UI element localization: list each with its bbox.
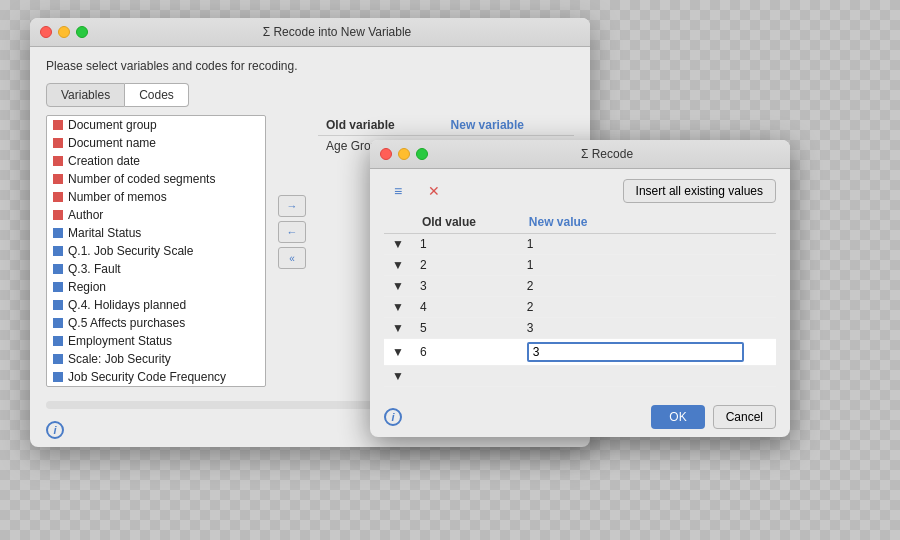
blue-icon <box>53 372 63 382</box>
old-value-cell: 1 <box>412 234 519 255</box>
recode-body: ≡ ✕ Insert all existing values Old value… <box>370 169 790 397</box>
list-item[interactable]: Job Security Code Frequency <box>47 368 265 386</box>
list-item[interactable]: Document group <box>47 116 265 134</box>
red-icon <box>53 138 63 148</box>
row-arrow[interactable]: ▼ <box>384 297 412 318</box>
new-value-cell: 2 <box>519 276 776 297</box>
row-arrow[interactable]: ▼ <box>384 339 412 366</box>
tab-codes[interactable]: Codes <box>125 83 189 107</box>
recode-mapping-table: Old value New value ▼11▼21▼32▼42▼53▼6▼ <box>384 211 776 387</box>
table-row: ▼53 <box>384 318 776 339</box>
list-item[interactable]: Number of coded segments <box>47 170 265 188</box>
old-value-cell: 6 <box>412 339 519 366</box>
list-item-label: Q.1. Job Security Scale <box>68 244 193 258</box>
red-icon <box>53 210 63 220</box>
list-item-label: Scale: Job Security <box>68 352 171 366</box>
list-item-label: Employment Status <box>68 334 172 348</box>
new-value-cell: 2 <box>519 297 776 318</box>
blue-icon <box>53 246 63 256</box>
minimize-button[interactable] <box>58 26 70 38</box>
old-variable-header: Old variable <box>318 115 443 136</box>
row-arrow[interactable]: ▼ <box>384 255 412 276</box>
new-variable-header: New variable <box>443 115 574 136</box>
list-item[interactable]: Q.5 Affects purchases <box>47 314 265 332</box>
old-value-cell <box>412 366 519 387</box>
list-item-label: Job Security Code Frequency <box>68 370 226 384</box>
new-value-cell: 1 <box>519 234 776 255</box>
list-item[interactable]: Q.1. Job Security Scale <box>47 242 265 260</box>
table-row: ▼ <box>384 366 776 387</box>
blue-icon <box>53 336 63 346</box>
recode-titlebar: Σ Recode <box>370 140 790 169</box>
blue-icon <box>53 282 63 292</box>
close-button[interactable] <box>40 26 52 38</box>
instruction-text: Please select variables and codes for re… <box>46 59 574 73</box>
cancel-button[interactable]: Cancel <box>713 405 776 429</box>
list-item[interactable]: Q.3. Fault <box>47 260 265 278</box>
list-item-label: Q.4. Holidays planned <box>68 298 186 312</box>
row-arrow[interactable]: ▼ <box>384 234 412 255</box>
blue-icon <box>53 318 63 328</box>
list-item[interactable]: Q.4. Holidays planned <box>47 296 265 314</box>
red-icon <box>53 174 63 184</box>
variable-list: Document groupDocument nameCreation date… <box>46 115 266 387</box>
new-value-cell[interactable] <box>519 339 776 366</box>
recode-toolbar: ≡ ✕ Insert all existing values <box>384 179 776 203</box>
arrow-col: → ← « <box>278 115 306 269</box>
new-value-input[interactable] <box>527 342 744 362</box>
recode-delete-button[interactable]: ✕ <box>420 179 448 203</box>
list-item-label: Region <box>68 280 106 294</box>
ok-button[interactable]: OK <box>651 405 704 429</box>
recode-maximize-button[interactable] <box>416 148 428 160</box>
new-value-header: New value <box>519 211 776 234</box>
list-item-label: Q.3. Fault <box>68 262 121 276</box>
list-item-label: Marital Status <box>68 226 141 240</box>
old-value-cell: 2 <box>412 255 519 276</box>
list-item[interactable]: Document name <box>47 134 265 152</box>
table-row: ▼6 <box>384 339 776 366</box>
arrow-left-button[interactable]: ← <box>278 221 306 243</box>
main-titlebar: Σ Recode into New Variable <box>30 18 590 47</box>
recode-dialog: Σ Recode ≡ ✕ Insert all existing values … <box>370 140 790 437</box>
row-arrow[interactable]: ▼ <box>384 366 412 387</box>
list-item[interactable]: Author <box>47 206 265 224</box>
list-item[interactable]: Scale: Job Security <box>47 350 265 368</box>
list-item-label: Document name <box>68 136 156 150</box>
recode-footer: i OK Cancel <box>370 397 790 437</box>
tabs-row: Variables Codes <box>46 83 574 107</box>
row-arrow[interactable]: ▼ <box>384 318 412 339</box>
red-icon <box>53 156 63 166</box>
list-item-label: Q.5 Affects purchases <box>68 316 185 330</box>
table-row: ▼21 <box>384 255 776 276</box>
red-icon <box>53 120 63 130</box>
row-arrow[interactable]: ▼ <box>384 276 412 297</box>
insert-all-button[interactable]: Insert all existing values <box>623 179 776 203</box>
blue-icon <box>53 264 63 274</box>
blue-icon <box>53 354 63 364</box>
table-row: ▼11 <box>384 234 776 255</box>
old-value-cell: 4 <box>412 297 519 318</box>
recode-close-button[interactable] <box>380 148 392 160</box>
arrow-double-left-button[interactable]: « <box>278 247 306 269</box>
table-row: ▼42 <box>384 297 776 318</box>
tab-variables[interactable]: Variables <box>46 83 125 107</box>
recode-table-icon[interactable]: ≡ <box>384 179 412 203</box>
maximize-button[interactable] <box>76 26 88 38</box>
arrow-right-button[interactable]: → <box>278 195 306 217</box>
info-button[interactable]: i <box>46 421 64 439</box>
list-item-label: Author <box>68 208 103 222</box>
table-row: ▼32 <box>384 276 776 297</box>
recode-dialog-title: Σ Recode <box>434 147 780 161</box>
blue-icon <box>53 300 63 310</box>
new-value-cell: 1 <box>519 255 776 276</box>
blue-icon <box>53 228 63 238</box>
recode-info-button[interactable]: i <box>384 408 402 426</box>
list-item[interactable]: Creation date <box>47 152 265 170</box>
list-item[interactable]: Number of memos <box>47 188 265 206</box>
recode-minimize-button[interactable] <box>398 148 410 160</box>
new-value-cell <box>519 366 776 387</box>
list-item[interactable]: Marital Status <box>47 224 265 242</box>
new-value-cell: 3 <box>519 318 776 339</box>
list-item[interactable]: Employment Status <box>47 332 265 350</box>
list-item[interactable]: Region <box>47 278 265 296</box>
